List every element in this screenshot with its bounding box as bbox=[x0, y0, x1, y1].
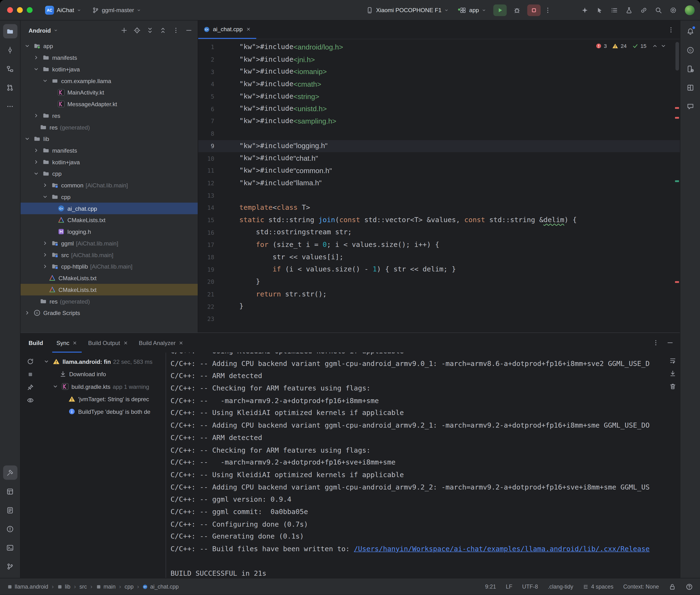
project-item-src[interactable]: src[AiChat.lib.main] bbox=[21, 249, 198, 261]
build-tab-sync[interactable]: Sync bbox=[52, 333, 82, 352]
inspections-widget[interactable]: 3 24 15 bbox=[595, 43, 667, 49]
code-line-3[interactable]: 3"kw">#include <iomanip> bbox=[198, 66, 680, 78]
app-quality-insights-button[interactable] bbox=[683, 99, 697, 113]
minimize-window-button[interactable] bbox=[17, 7, 23, 13]
project-options-button[interactable] bbox=[172, 27, 179, 34]
layout-inspector-button[interactable] bbox=[683, 80, 697, 94]
chevron-down-icon[interactable] bbox=[23, 43, 31, 49]
chevron-right-icon[interactable] bbox=[32, 112, 40, 119]
project-view-selector[interactable]: Android bbox=[29, 27, 51, 34]
chevron-right-icon[interactable] bbox=[41, 252, 49, 258]
close-icon[interactable] bbox=[123, 340, 128, 345]
project-item-ai-chat-cpp[interactable]: C+ai_chat.cpp bbox=[21, 203, 198, 214]
code-line-22[interactable]: 22} bbox=[198, 301, 680, 313]
device-manager-button[interactable] bbox=[683, 62, 697, 76]
chevron-down-icon[interactable] bbox=[23, 136, 31, 142]
chevron-down-icon[interactable] bbox=[43, 358, 50, 365]
debug-button[interactable] bbox=[510, 4, 524, 16]
run-button[interactable] bbox=[493, 4, 507, 16]
code-line-11[interactable]: 11"kw">#include "common.h" bbox=[198, 165, 680, 177]
build-tree-item-download-info[interactable]: Download info bbox=[40, 368, 166, 380]
code-line-2[interactable]: 2"kw">#include <jni.h> bbox=[198, 53, 680, 66]
hide-panel-button[interactable] bbox=[185, 27, 192, 34]
ai-assistant-icon[interactable] bbox=[581, 6, 588, 13]
logcat-tool-button[interactable] bbox=[3, 503, 17, 517]
branch-selector[interactable]: ggml-master bbox=[88, 5, 145, 16]
profiler-icon[interactable] bbox=[625, 6, 633, 13]
build-tab-build-analyzer[interactable]: Build Analyzer bbox=[134, 333, 188, 352]
stop-build-button[interactable] bbox=[27, 371, 34, 378]
settings-icon[interactable] bbox=[670, 6, 677, 13]
code-line-5[interactable]: 5"kw">#include <string> bbox=[198, 90, 680, 103]
code-with-me-icon[interactable] bbox=[596, 6, 603, 13]
close-icon[interactable] bbox=[73, 340, 77, 345]
zoom-window-button[interactable] bbox=[27, 7, 32, 13]
code-line-17[interactable]: 17 for (size_t i = 0; i < values.size();… bbox=[198, 239, 680, 251]
editor-tab-ai-chat-cpp[interactable]: C+ ai_chat.cpp bbox=[198, 21, 256, 39]
status-info-icon[interactable] bbox=[686, 583, 693, 590]
code-line-6[interactable]: 6"kw">#include <unistd.h> bbox=[198, 103, 680, 115]
rerun-button[interactable] bbox=[27, 358, 34, 365]
code-line-19[interactable]: 19 if (i < values.size() - 1) { str << d… bbox=[198, 263, 680, 276]
project-item-logging-h[interactable]: logging.h bbox=[21, 226, 198, 237]
code-line-15[interactable]: 15static std::string join(const std::vec… bbox=[198, 214, 680, 226]
locate-file-button[interactable] bbox=[133, 27, 141, 34]
code-line-7[interactable]: 7"kw">#include <sampling.h> bbox=[198, 115, 680, 128]
collapse-all-button[interactable] bbox=[159, 27, 167, 34]
code-line-14[interactable]: 14template<class T> bbox=[198, 202, 680, 214]
project-selector[interactable]: AC AiChat bbox=[41, 4, 85, 16]
project-item-ggml[interactable]: ggml[AiChat.lib.main] bbox=[21, 237, 198, 249]
more-tool-windows-button[interactable] bbox=[3, 99, 17, 113]
services-tool-button[interactable] bbox=[3, 484, 17, 499]
caret-position-widget[interactable]: 9:21 bbox=[485, 584, 496, 590]
project-item-cmakelists-txt[interactable]: CMakeLists.txt bbox=[21, 284, 198, 295]
chevron-down-icon[interactable] bbox=[52, 383, 59, 390]
structure-tool-button[interactable] bbox=[3, 62, 17, 76]
search-everywhere-icon[interactable] bbox=[655, 6, 662, 13]
problems-tool-button[interactable] bbox=[3, 522, 17, 536]
soft-wrap-button[interactable] bbox=[669, 357, 676, 364]
editor-scrollbar[interactable] bbox=[675, 42, 679, 70]
project-item-lib[interactable]: lib bbox=[21, 133, 198, 145]
build-output-path-link[interactable]: /Users/hanyin/Workspace/ai-chat/examples… bbox=[354, 545, 650, 553]
code-line-8[interactable]: 8 bbox=[198, 128, 680, 140]
indent-widget[interactable]: 4 spaces bbox=[583, 584, 614, 590]
project-item-app[interactable]: app bbox=[21, 40, 198, 52]
code-line-23[interactable]: 23 bbox=[198, 313, 680, 325]
next-problem-icon[interactable] bbox=[660, 43, 666, 49]
code-line-20[interactable]: 20 } bbox=[198, 276, 680, 288]
close-window-button[interactable] bbox=[7, 7, 13, 13]
breadcrumb-cpp[interactable]: cpp bbox=[124, 584, 134, 590]
chevron-down-icon[interactable] bbox=[41, 194, 49, 200]
close-tab-icon[interactable] bbox=[246, 27, 251, 32]
code-line-9[interactable]: 9"kw">#include "logging.h" bbox=[198, 140, 680, 152]
clear-all-button[interactable] bbox=[669, 383, 676, 390]
project-item-cmakelists-txt[interactable]: CMakeLists.txt bbox=[21, 272, 198, 284]
commit-tool-button[interactable] bbox=[3, 43, 17, 57]
pull-requests-tool-button[interactable] bbox=[3, 80, 17, 94]
project-item-common[interactable]: common[AiChat.lib.main] bbox=[21, 179, 198, 191]
sync-link-icon[interactable] bbox=[640, 6, 647, 13]
device-selector[interactable]: Xiaomi POCOPHONE F1 bbox=[363, 5, 452, 16]
gradle-tool-button[interactable]: G bbox=[683, 43, 697, 57]
previous-problem-icon[interactable] bbox=[652, 43, 658, 49]
chevron-right-icon[interactable] bbox=[41, 182, 49, 188]
editor-options-icon[interactable] bbox=[667, 26, 674, 33]
project-item-cmakelists-txt[interactable]: CMakeLists.txt bbox=[21, 214, 198, 226]
project-item-manifests[interactable]: manifests bbox=[21, 52, 198, 63]
encoding-widget[interactable]: UTF-8 bbox=[522, 584, 538, 590]
project-item-manifests[interactable]: manifests bbox=[21, 144, 198, 156]
chevron-down-icon[interactable] bbox=[41, 78, 49, 84]
chevron-right-icon[interactable] bbox=[41, 263, 49, 270]
build-tab-build-output[interactable]: Build Output bbox=[84, 333, 133, 352]
code-line-10[interactable]: 10"kw">#include "chat.h" bbox=[198, 152, 680, 165]
chevron-right-icon[interactable] bbox=[32, 147, 40, 153]
build-console[interactable]: C/C++: -- Using KleidiAI optimized kerne… bbox=[171, 352, 661, 578]
build-tree-item-build-gradle-kts[interactable]: build.gradle.ktsapp 1 warning bbox=[40, 380, 166, 393]
expand-all-button[interactable] bbox=[146, 27, 153, 34]
line-separator-widget[interactable]: LF bbox=[506, 584, 512, 590]
chevron-right-icon[interactable] bbox=[32, 55, 40, 61]
project-item-cpp[interactable]: cpp bbox=[21, 191, 198, 203]
new-item-button[interactable] bbox=[120, 27, 128, 34]
project-item-mainactivity-kt[interactable]: MainActivity.kt bbox=[21, 87, 198, 98]
